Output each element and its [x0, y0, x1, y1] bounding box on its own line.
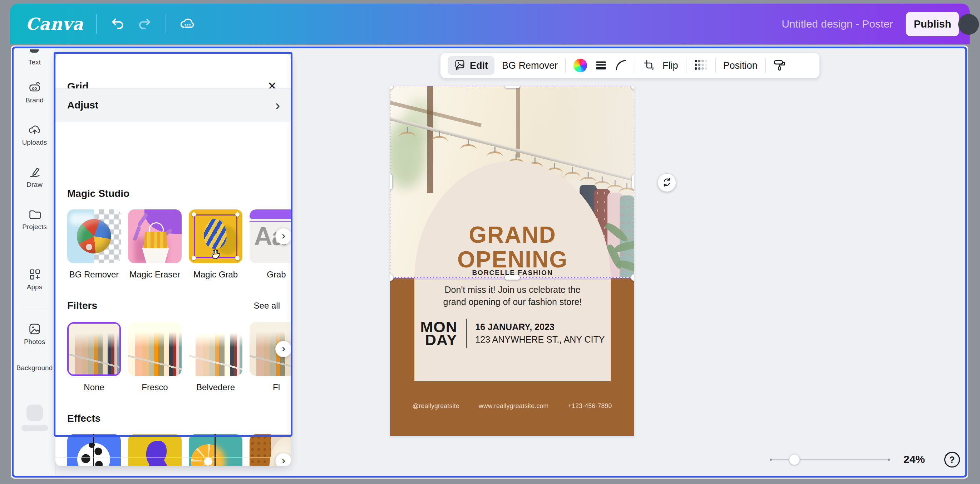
chevron-right-icon: › [282, 454, 285, 466]
filters-next-button[interactable]: › [275, 341, 291, 357]
sidebar-item-draw[interactable]: Draw [14, 165, 56, 188]
rotate-icon [662, 177, 672, 188]
filters-row: None Fresco Belvedere Fl [67, 322, 291, 392]
sidebar-item-apps[interactable]: Apps [14, 267, 56, 291]
undo-button[interactable] [105, 11, 131, 37]
sidebar-item-text[interactable]: Text [14, 58, 56, 66]
help-button[interactable]: ? [944, 452, 960, 468]
zoom-slider-track[interactable] [770, 459, 889, 460]
color-picker-button[interactable] [573, 59, 587, 72]
window-greenery [405, 99, 435, 145]
bg-remover-button[interactable]: BG Remover [502, 60, 558, 71]
document-title[interactable]: Untitled design - Poster [781, 18, 893, 30]
copy-style-button[interactable] [773, 59, 786, 73]
effect-item: Blur [189, 434, 242, 466]
toolbar-divider [686, 58, 686, 73]
edit-label: Edit [470, 60, 488, 71]
publish-button[interactable]: Publish [906, 12, 959, 36]
magic-studio-item: BG Remover [67, 209, 121, 280]
hanger [594, 181, 610, 187]
magic-eraser-tile[interactable] [128, 209, 181, 263]
magic-studio-item: Aa Grab [250, 209, 291, 280]
duotone-portrait-art [128, 434, 181, 466]
position-button[interactable]: Position [723, 60, 757, 71]
beach-ball-art [77, 219, 111, 254]
sidebar-item-background[interactable]: Background [14, 364, 56, 372]
filter-fresco-tile[interactable] [128, 322, 181, 376]
sidebar-item-brand[interactable]: co Brand [14, 81, 56, 104]
effect-item: Duotone [128, 434, 181, 466]
edit-image-icon [454, 59, 466, 73]
arc-icon [615, 59, 627, 72]
curve-arc-button[interactable] [615, 59, 627, 72]
effects-heading: Effects [67, 413, 100, 424]
transparency-button[interactable] [694, 59, 708, 73]
rotate-button[interactable] [657, 173, 676, 192]
levels-bars-icon [595, 59, 608, 72]
text-icon [30, 50, 38, 53]
window-frame [390, 100, 482, 127]
canva-logo[interactable]: Canva [21, 14, 88, 34]
poster-body-text: Don't miss it! Join us celebrate the gra… [414, 284, 611, 308]
svg-text:co: co [32, 86, 37, 91]
poster-event-row: MON DAY 16 JANUARY, 2023 123 ANYWHERE ST… [414, 319, 611, 348]
hanger [580, 177, 597, 182]
plant-leaf [614, 240, 634, 253]
sidebar-item-projects[interactable]: Projects [14, 207, 56, 231]
panel-footer-divider [56, 457, 291, 457]
sidebar-skeleton-label [21, 425, 48, 431]
adjust-row[interactable]: Adjust › [56, 88, 291, 122]
magic-studio-next-button[interactable]: › [275, 228, 291, 244]
avatar[interactable] [958, 14, 979, 35]
resize-handle-top[interactable] [504, 86, 520, 88]
sidebar-skeleton-tile [27, 404, 43, 421]
effect-duotone-tile[interactable] [128, 434, 181, 466]
poster-headline: GRAND OPENING [414, 223, 611, 272]
filter-belvedere-tile[interactable] [189, 322, 242, 376]
crop-button[interactable] [643, 59, 655, 72]
filters-see-all-link[interactable]: See all [254, 301, 280, 311]
sidebar: Text co Brand Uploads Draw [14, 48, 56, 476]
fries-art [141, 232, 170, 249]
apps-grid-icon [14, 267, 56, 281]
effect-blur-tile[interactable] [189, 434, 242, 466]
effects-row: Shadows Duotone Blur Auto [67, 434, 291, 466]
sidebar-item-uploads[interactable]: Uploads [14, 123, 56, 146]
hanger [607, 185, 623, 190]
hanger [487, 152, 503, 157]
color-wheel-icon [573, 59, 587, 72]
magic-studio-row: BG Remover Magic Eraser [67, 209, 291, 280]
resize-handle-bottom[interactable] [504, 275, 520, 280]
adjust-levels-button[interactable] [595, 59, 608, 72]
edit-image-button[interactable]: Edit [448, 56, 495, 75]
resize-handle-right[interactable] [632, 174, 634, 190]
redo-icon [137, 16, 152, 33]
orange-slice-art [191, 444, 215, 466]
bg-remover-tile[interactable] [67, 209, 121, 263]
filter-item: None [67, 322, 121, 392]
folder-icon [14, 207, 56, 221]
poster-page[interactable]: BORCELLE FASHION GRAND OPENING Don't mis… [390, 86, 634, 436]
event-divider [466, 319, 467, 348]
flip-button[interactable]: Flip [662, 60, 678, 71]
filter-item: Belvedere [189, 322, 242, 392]
sidebar-item-photos[interactable]: Photos [14, 322, 56, 346]
adjust-label: Adjust [67, 99, 98, 111]
zoom-slider-thumb[interactable] [789, 454, 800, 465]
sidebar-item-label: Background [14, 364, 56, 372]
cloud-sync-button[interactable] [174, 11, 200, 37]
garment [620, 195, 634, 278]
footer-website: www.reallygreatsite.com [479, 403, 549, 410]
top-header-bar: Canva Untitled design - Poster Publish [10, 3, 970, 45]
toolbar-divider [565, 58, 566, 73]
hanger [460, 144, 477, 150]
effect-shadows-tile[interactable] [67, 434, 121, 466]
filter-none-tile-selected[interactable] [67, 322, 121, 376]
resize-handle-left[interactable] [390, 174, 393, 190]
headline-line2: OPENING [414, 248, 611, 272]
redo-button[interactable] [131, 11, 158, 37]
sidebar-item-label: Apps [14, 283, 56, 291]
magic-grab-tile[interactable] [189, 209, 242, 263]
chevron-right-icon: › [282, 342, 285, 355]
effects-next-button[interactable]: › [275, 453, 291, 466]
